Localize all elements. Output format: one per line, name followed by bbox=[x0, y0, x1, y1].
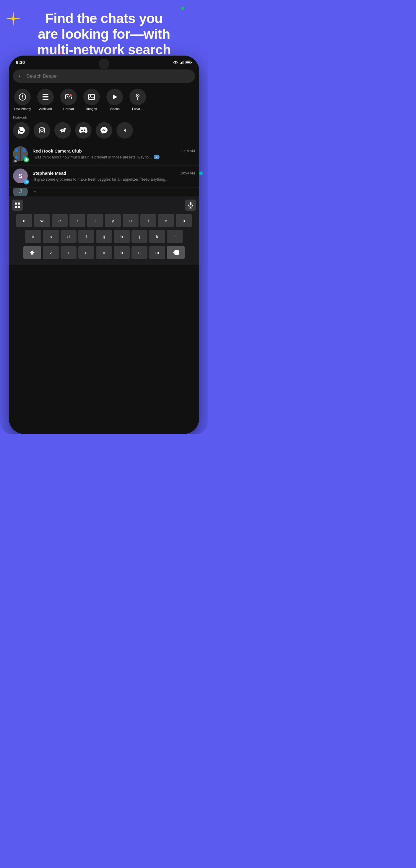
key-h[interactable]: h bbox=[114, 230, 130, 243]
avatar-container-stephanie: S bbox=[13, 168, 29, 184]
phone-frame: 9:30 bbox=[9, 56, 199, 434]
key-j[interactable]: j bbox=[131, 230, 148, 243]
key-m[interactable]: m bbox=[149, 246, 165, 259]
chat-item-partial: J ··· bbox=[9, 188, 199, 196]
search-input[interactable] bbox=[27, 73, 190, 79]
filter-label-location: Locat… bbox=[132, 107, 143, 111]
telegram-network-badge bbox=[24, 179, 29, 184]
network-telegram[interactable] bbox=[54, 122, 71, 138]
search-bar[interactable]: ← bbox=[13, 69, 195, 83]
key-r[interactable]: r bbox=[69, 214, 85, 227]
key-c[interactable]: c bbox=[78, 246, 94, 259]
svg-point-24 bbox=[41, 129, 43, 132]
svg-rect-15 bbox=[42, 99, 49, 100]
network-whatsapp[interactable] bbox=[13, 122, 30, 138]
chat-name-partial: ··· bbox=[32, 189, 36, 194]
filter-label-archived: Archived bbox=[39, 107, 52, 111]
svg-rect-14 bbox=[42, 98, 49, 98]
network-instagram[interactable] bbox=[34, 122, 50, 138]
filter-item-location[interactable]: Locat… bbox=[128, 89, 147, 111]
svg-rect-29 bbox=[18, 206, 20, 208]
key-e[interactable]: e bbox=[52, 214, 68, 227]
key-i[interactable]: i bbox=[140, 214, 156, 227]
unread-icon-circle bbox=[60, 89, 77, 105]
chat-content-stephanie: Stephanie Mead 10:59 AM I'll grab some g… bbox=[32, 170, 195, 182]
chat-item-stephanie[interactable]: S Stephanie Mead 10:59 AM I'll grab some… bbox=[9, 165, 199, 188]
keyboard-grid-button[interactable] bbox=[12, 199, 23, 211]
network-messenger[interactable] bbox=[96, 122, 112, 138]
discord-icon bbox=[79, 127, 88, 134]
telegram-icon bbox=[59, 126, 67, 134]
unread-badge-red-hook: 7 bbox=[154, 155, 160, 159]
svg-point-22 bbox=[137, 95, 138, 96]
keyboard-mic-button[interactable] bbox=[185, 199, 196, 211]
wifi-icon bbox=[173, 61, 178, 64]
key-b[interactable]: b bbox=[114, 246, 130, 259]
key-x[interactable]: x bbox=[61, 246, 76, 259]
key-u[interactable]: u bbox=[123, 214, 138, 227]
chat-time-red-hook: 11:18 AM bbox=[180, 149, 195, 153]
svg-point-0 bbox=[175, 63, 176, 64]
svg-rect-27 bbox=[18, 203, 20, 205]
svg-rect-4 bbox=[183, 61, 184, 64]
page-wrapper: Find the chats you are looking for—with … bbox=[0, 0, 208, 434]
instagram-icon bbox=[38, 127, 46, 134]
avatar-partial: J bbox=[13, 188, 28, 196]
archived-icon-circle bbox=[37, 89, 54, 105]
images-icon-circle bbox=[83, 89, 100, 105]
filter-item-unread[interactable]: Unread bbox=[59, 89, 78, 111]
filter-item-low-priority[interactable]: Low Priority bbox=[13, 89, 32, 111]
key-n[interactable]: n bbox=[131, 246, 148, 259]
key-z[interactable]: z bbox=[43, 246, 59, 259]
grid-icon bbox=[14, 202, 21, 208]
keyboard-top-row bbox=[11, 199, 197, 214]
chat-name-stephanie: Stephanie Mead bbox=[32, 170, 66, 176]
filter-item-archived[interactable]: Archived bbox=[36, 89, 55, 111]
location-icon bbox=[134, 93, 141, 101]
key-k[interactable]: k bbox=[149, 230, 165, 243]
key-shift[interactable] bbox=[23, 246, 41, 259]
archived-icon bbox=[42, 93, 49, 101]
chat-content-partial: ··· bbox=[32, 189, 195, 195]
filter-row: Low Priority Archived bbox=[9, 85, 199, 111]
key-w[interactable]: w bbox=[34, 214, 50, 227]
key-d[interactable]: d bbox=[61, 230, 76, 243]
videos-icon bbox=[111, 93, 119, 101]
key-f[interactable]: f bbox=[78, 230, 94, 243]
back-arrow-icon[interactable]: ← bbox=[18, 73, 23, 79]
key-delete[interactable] bbox=[167, 246, 185, 259]
key-q[interactable]: q bbox=[16, 214, 32, 227]
chat-list: 👤 👤 👤 👤 +8 Red Hook Camera Club bbox=[9, 144, 199, 196]
filter-label-low-priority: Low Priority bbox=[14, 107, 31, 111]
svg-rect-7 bbox=[191, 62, 192, 63]
chat-item-red-hook[interactable]: 👤 👤 👤 👤 +8 Red Hook Camera Club bbox=[9, 144, 199, 165]
low-priority-icon-circle bbox=[14, 89, 31, 105]
whatsapp-network-badge bbox=[24, 157, 29, 162]
filter-label-unread: Unread bbox=[63, 107, 74, 111]
key-g[interactable]: g bbox=[96, 230, 112, 243]
key-p[interactable]: p bbox=[176, 214, 192, 227]
svg-rect-26 bbox=[15, 203, 17, 205]
svg-rect-12 bbox=[42, 94, 49, 95]
network-more[interactable] bbox=[117, 122, 133, 138]
unread-icon bbox=[65, 93, 72, 101]
key-t[interactable]: t bbox=[87, 214, 103, 227]
key-s[interactable]: s bbox=[43, 230, 59, 243]
images-icon bbox=[88, 93, 95, 101]
hero-heading: Find the chats you are looking for—with … bbox=[6, 11, 202, 58]
key-v[interactable]: v bbox=[96, 246, 112, 259]
filter-item-videos[interactable]: Videos bbox=[105, 89, 124, 111]
shift-icon bbox=[30, 250, 35, 255]
key-a[interactable]: a bbox=[25, 230, 41, 243]
network-discord[interactable] bbox=[75, 122, 92, 138]
filter-item-images[interactable]: Images bbox=[82, 89, 101, 111]
messenger-icon bbox=[100, 126, 108, 134]
key-y[interactable]: y bbox=[105, 214, 121, 227]
key-l[interactable]: l bbox=[167, 230, 183, 243]
avatar-container-red-hook: 👤 👤 👤 👤 +8 bbox=[13, 146, 29, 162]
network-section-label: Network bbox=[9, 111, 199, 122]
chat-message-red-hook: I was think about how much grain is pres… bbox=[32, 155, 152, 160]
chat-header-red-hook: Red Hook Camera Club 11:18 AM bbox=[32, 148, 195, 153]
key-o[interactable]: o bbox=[158, 214, 174, 227]
camera-notch bbox=[99, 59, 109, 69]
